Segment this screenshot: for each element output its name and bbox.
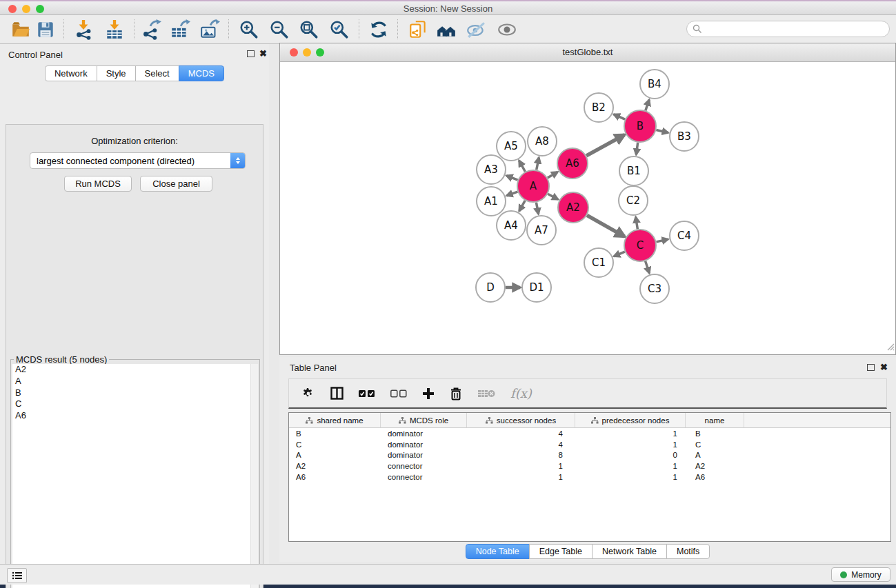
- node-label-C2: C2: [626, 194, 640, 207]
- zoom-selected-icon[interactable]: [328, 19, 350, 41]
- optimization-criterion-select[interactable]: largest connected component (directed): [30, 152, 246, 169]
- close-table-panel-icon[interactable]: ✖: [880, 364, 888, 371]
- edge-B-B4[interactable]: [646, 100, 649, 111]
- edge-B-B3[interactable]: [656, 130, 668, 132]
- edge-B-B2[interactable]: [614, 114, 625, 119]
- import-table-icon[interactable]: [103, 19, 126, 41]
- zoom-out-icon[interactable]: [268, 19, 290, 41]
- table-toolbar: f(x): [288, 378, 887, 409]
- column-header-predecessor-nodes[interactable]: predecessor nodes: [575, 413, 686, 427]
- edge-A2-C[interactable]: [587, 215, 624, 236]
- table-body: Bdominator41BCdominator41CAdominator80AA…: [289, 428, 890, 482]
- edge-A-A2[interactable]: [548, 194, 558, 199]
- table-row[interactable]: A2connector11A2: [289, 460, 890, 472]
- table-row[interactable]: Adominator80A: [289, 449, 890, 460]
- memory-button[interactable]: Memory: [831, 567, 890, 582]
- refresh-layout-icon[interactable]: [368, 19, 390, 41]
- delete-rows-icon[interactable]: [450, 387, 462, 401]
- node-label-C4: C4: [677, 230, 691, 242]
- edge-A-A3[interactable]: [506, 176, 517, 180]
- tab-motifs[interactable]: Motifs: [666, 544, 710, 559]
- table-row[interactable]: Bdominator41B: [289, 428, 890, 439]
- edge-C-C4[interactable]: [656, 239, 668, 242]
- add-row-icon[interactable]: [422, 387, 435, 400]
- hide-selected-icon[interactable]: [465, 19, 487, 41]
- edge-A-A7[interactable]: [536, 203, 538, 214]
- column-header-name[interactable]: name: [686, 413, 744, 427]
- attribute-icon: [486, 417, 493, 424]
- show-all-icon[interactable]: [496, 19, 518, 41]
- edge-A-A1[interactable]: [507, 192, 518, 196]
- tab-select[interactable]: Select: [135, 65, 179, 81]
- scrollbar-track[interactable]: [250, 364, 258, 588]
- node-table[interactable]: shared nameMCDS rolesuccessor nodesprede…: [288, 412, 891, 542]
- run-mcds-button[interactable]: Run MCDS: [64, 176, 132, 192]
- list-icon: [12, 571, 23, 580]
- search-input[interactable]: [686, 21, 890, 37]
- tab-network[interactable]: Network: [45, 65, 97, 81]
- edge-B-B1[interactable]: [636, 143, 637, 154]
- column-header-MCDS-role[interactable]: MCDS role: [381, 413, 467, 427]
- resize-grip-icon[interactable]: [886, 341, 895, 354]
- node-label-B3: B3: [677, 130, 691, 143]
- tab-node-table[interactable]: Node Table: [466, 544, 530, 559]
- network-canvas[interactable]: B4B2BB3A8A5A6A3B1AC2A1A2A4A7C4CC1C3DD1: [280, 61, 895, 354]
- table-cell: B: [289, 429, 381, 438]
- open-file-icon[interactable]: [10, 19, 32, 41]
- tab-edge-table[interactable]: Edge Table: [529, 544, 593, 559]
- export-table-icon[interactable]: [169, 19, 191, 41]
- mcds-result-title: MCDS result (5 nodes): [14, 354, 109, 365]
- mcds-result-item[interactable]: C: [12, 398, 258, 410]
- column-header-shared-name[interactable]: shared name: [289, 413, 381, 427]
- mcds-result-item[interactable]: A2: [12, 364, 258, 376]
- table-row[interactable]: A6connector11A6: [289, 472, 890, 483]
- tab-mcds[interactable]: MCDS: [179, 65, 224, 81]
- titlebar: Session: New Session: [0, 0, 896, 15]
- network-window-titlebar[interactable]: testGlobe.txt: [280, 43, 895, 62]
- edge-A-A4[interactable]: [519, 201, 526, 211]
- edge-A-A8[interactable]: [537, 158, 539, 170]
- close-panel-icon[interactable]: ✖: [259, 50, 267, 57]
- select-all-icon[interactable]: [359, 389, 375, 398]
- zoom-in-icon[interactable]: [238, 19, 260, 41]
- table-cell: dominator: [381, 429, 467, 438]
- close-panel-button[interactable]: Close panel: [140, 176, 212, 192]
- unselect-all-icon[interactable]: [390, 389, 407, 398]
- column-header-successor-nodes[interactable]: successor nodes: [467, 413, 575, 427]
- node-label-C3: C3: [648, 283, 661, 295]
- table-cell: dominator: [381, 440, 467, 449]
- float-panel-icon[interactable]: [247, 50, 255, 57]
- toolbar-separator: [134, 19, 135, 39]
- float-table-panel-icon[interactable]: [867, 364, 875, 371]
- edge-C-C3[interactable]: [646, 261, 650, 273]
- mcds-result-item[interactable]: B: [12, 387, 258, 398]
- mcds-result-list[interactable]: A2ABCA6: [12, 364, 258, 588]
- save-session-icon[interactable]: [34, 19, 57, 41]
- first-neighbors-icon[interactable]: [435, 19, 457, 41]
- edge-C-C1[interactable]: [614, 252, 625, 256]
- task-history-button[interactable]: [7, 568, 27, 583]
- column-browser-icon[interactable]: [330, 387, 344, 400]
- node-label-A7: A7: [535, 224, 548, 236]
- mcds-result-item[interactable]: A6: [12, 410, 258, 422]
- mcds-result-item[interactable]: A: [12, 376, 258, 387]
- duplicate-network-icon[interactable]: [407, 19, 429, 41]
- zoom-fit-icon[interactable]: [298, 19, 320, 41]
- export-image-icon[interactable]: [199, 19, 221, 41]
- mcds-result-group: MCDS result (5 nodes) A2ABCA6: [10, 359, 260, 588]
- tab-network-table[interactable]: Network Table: [592, 544, 667, 559]
- table-cell: 4: [467, 440, 575, 449]
- edge-C-C2[interactable]: [636, 217, 638, 230]
- edge-A6-B[interactable]: [586, 135, 624, 156]
- edge-A-A6[interactable]: [548, 172, 558, 178]
- tab-style[interactable]: Style: [97, 65, 136, 81]
- table-cell: A2: [289, 462, 381, 470]
- column-settings-icon[interactable]: [301, 387, 315, 401]
- table-cell: 1: [575, 462, 686, 470]
- table-cell: 0: [575, 451, 686, 459]
- table-cell: 1: [575, 429, 686, 438]
- import-network-icon[interactable]: [72, 19, 94, 41]
- edge-A-A5[interactable]: [519, 161, 526, 172]
- table-row[interactable]: Cdominator41C: [289, 439, 890, 450]
- export-network-icon[interactable]: [140, 19, 162, 41]
